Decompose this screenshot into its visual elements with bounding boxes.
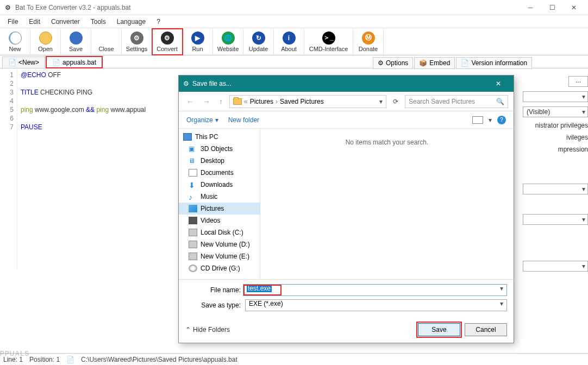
- chevron-up-icon: ⌃: [185, 326, 191, 333]
- menu-tools[interactable]: Tools: [86, 17, 110, 27]
- tool-open[interactable]: Open: [30, 29, 61, 55]
- opt-admin-label: nistrator privileges: [535, 122, 588, 129]
- tree-music[interactable]: ♪Music: [179, 191, 260, 203]
- tab-new[interactable]: 📄<New>: [2, 56, 45, 68]
- tree-documents[interactable]: Documents: [179, 167, 260, 179]
- rtab-embed[interactable]: 📦Embed: [414, 57, 455, 69]
- save-button[interactable]: Save: [418, 323, 460, 336]
- opt-compr-label: mpression: [558, 146, 588, 153]
- crumb-saved[interactable]: Saved Pictures: [280, 98, 324, 105]
- app-icon: ⚙: [3, 3, 12, 12]
- gutter: 1234567: [0, 68, 17, 269]
- file-list-empty: No items match your search.: [260, 129, 514, 279]
- tree-pictures[interactable]: Pictures: [179, 203, 260, 215]
- minimize-button[interactable]: ─: [520, 0, 541, 15]
- saveas-select[interactable]: EXE (*.exe): [245, 299, 507, 311]
- menubar: File Edit Converter Tools Language ?: [0, 15, 588, 28]
- search-icon: 🔍: [496, 98, 504, 105]
- tree-downloads[interactable]: ⬇Downloads: [179, 179, 260, 191]
- tool-run[interactable]: ▶Run: [183, 29, 213, 55]
- opt-priv-label: ivileges: [566, 134, 588, 141]
- folder-tree[interactable]: This PC ▣3D Objects 🖥Desktop Documents ⬇…: [179, 129, 260, 279]
- tool-convert[interactable]: ⚙Convert: [152, 29, 183, 55]
- tab-appuals[interactable]: 📄appuals.bat: [46, 56, 102, 68]
- tree-this-pc[interactable]: This PC: [179, 131, 260, 143]
- tool-about[interactable]: iAbout: [274, 29, 304, 55]
- crumb-pictures[interactable]: Pictures: [250, 98, 273, 105]
- dialog-close-button[interactable]: ✕: [487, 75, 509, 92]
- tool-update[interactable]: ↻Update: [243, 29, 274, 55]
- search-input[interactable]: Search Saved Pictures 🔍: [405, 95, 508, 108]
- right-panel-tabs: ⚙Options 📦Embed 📄Version information: [373, 57, 585, 69]
- nav-forward-icon[interactable]: →: [201, 97, 212, 106]
- rtab-options[interactable]: ⚙Options: [373, 57, 413, 69]
- breadcrumb[interactable]: « Pictures › Saved Pictures ▾: [229, 95, 386, 108]
- tool-save[interactable]: Save: [61, 29, 91, 55]
- view-icon[interactable]: [472, 116, 483, 124]
- tree-vol-e[interactable]: New Volume (E:): [179, 250, 260, 262]
- dialog-buttons: ⌃Hide Folders Save Cancel: [179, 319, 514, 343]
- nav-up-icon[interactable]: ↑: [217, 97, 225, 106]
- menu-file[interactable]: File: [3, 17, 22, 27]
- tool-new[interactable]: New: [0, 29, 30, 55]
- nav-back-icon[interactable]: ←: [184, 97, 196, 106]
- status-file-icon: 📄: [66, 356, 74, 363]
- dialog-nav: ← → ↑ « Pictures › Saved Pictures ▾ ⟳ Se…: [179, 92, 514, 111]
- opt-box[interactable]: ...: [568, 76, 588, 87]
- dialog-titlebar: ⚙Save file as... ✕: [179, 75, 514, 92]
- tool-close[interactable]: ✖Close: [91, 29, 122, 55]
- menu-converter[interactable]: Converter: [47, 17, 84, 27]
- dialog-title: Save file as...: [192, 80, 232, 87]
- tree-vol-d[interactable]: New Volume (D:): [179, 238, 260, 250]
- refresh-icon[interactable]: ⟳: [391, 98, 401, 105]
- opt-dropdown-1[interactable]: [523, 91, 588, 102]
- tool-donate[interactable]: ⓂDonate: [353, 29, 384, 55]
- folder-icon: [233, 98, 242, 105]
- statusbar: Line: 1 Position: 1 📄 C:\Users\Wareed\Pi…: [0, 353, 588, 365]
- status-position: Position: 1: [29, 356, 60, 363]
- right-options-peek: ... (Visible) nistrator privileges ivile…: [517, 76, 588, 272]
- opt-dropdown-2[interactable]: [523, 184, 588, 194]
- save-dialog: ⚙Save file as... ✕ ← → ↑ « Pictures › Sa…: [178, 75, 514, 343]
- filename-label: File name:: [185, 286, 245, 294]
- tool-cmd[interactable]: ＞_CMD-Interface: [304, 29, 353, 55]
- tool-website[interactable]: 🌐Website: [213, 29, 243, 55]
- help-icon[interactable]: ?: [497, 116, 506, 124]
- tree-3d[interactable]: ▣3D Objects: [179, 143, 260, 155]
- newfolder-button[interactable]: New folder: [228, 116, 259, 124]
- tree-desktop[interactable]: 🖥Desktop: [179, 155, 260, 167]
- chevron-down-icon[interactable]: ▾: [379, 98, 383, 105]
- filename-input[interactable]: test.exe: [243, 284, 507, 296]
- opt-visible[interactable]: (Visible): [523, 106, 588, 117]
- window-title: Bat To Exe Converter v3.2 - appuals.bat: [15, 4, 520, 11]
- dialog-fields: File name: test.exe Save as type: EXE (*…: [179, 279, 514, 319]
- menu-help[interactable]: ?: [152, 17, 165, 27]
- menu-language[interactable]: Language: [112, 17, 150, 27]
- rtab-version[interactable]: 📄Version information: [456, 57, 532, 69]
- organize-button[interactable]: Organize ▾: [186, 116, 218, 124]
- toolbar: New Open Save ✖Close ⚙Settings ⚙Convert …: [0, 28, 588, 55]
- tool-settings[interactable]: ⚙Settings: [122, 29, 152, 55]
- menu-edit[interactable]: Edit: [24, 17, 45, 27]
- close-window-button[interactable]: ✕: [563, 0, 585, 15]
- tree-local-c[interactable]: Local Disk (C:): [179, 226, 260, 238]
- tree-cd-g[interactable]: CD Drive (G:): [179, 262, 260, 274]
- dialog-toolbar: Organize ▾ New folder ▾ ?: [179, 111, 514, 129]
- opt-dropdown-4[interactable]: [523, 261, 588, 272]
- dialog-icon: ⚙: [183, 80, 189, 87]
- cancel-button[interactable]: Cancel: [465, 323, 507, 336]
- watermark: APPUALS: [0, 338, 29, 361]
- opt-dropdown-3[interactable]: [523, 214, 588, 225]
- status-path: C:\Users\Wareed\Pictures\Saved Pictures\…: [81, 356, 237, 363]
- tree-videos[interactable]: Videos: [179, 215, 260, 226]
- hide-folders-button[interactable]: ⌃Hide Folders: [185, 326, 230, 333]
- window-titlebar: ⚙ Bat To Exe Converter v3.2 - appuals.ba…: [0, 0, 588, 15]
- saveas-label: Save as type:: [185, 301, 245, 309]
- maximize-button[interactable]: ☐: [541, 0, 563, 15]
